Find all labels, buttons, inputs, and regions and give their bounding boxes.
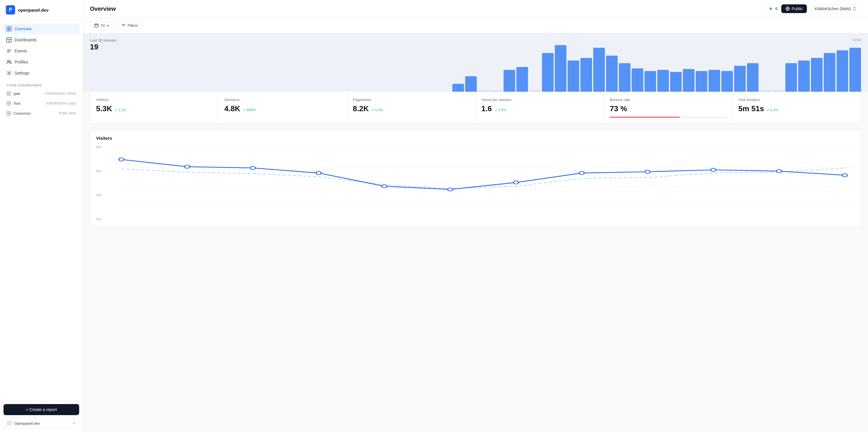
- realtime-bar: [721, 71, 733, 92]
- realtime-bar: [709, 70, 720, 92]
- realtime-bar: [734, 66, 746, 92]
- realtime-bar: [696, 71, 707, 92]
- logo-area[interactable]: P openpanel.dev: [0, 0, 83, 20]
- realtime-bar: [465, 76, 477, 92]
- live-count: 6: [775, 6, 778, 11]
- public-button[interactable]: Public: [781, 4, 807, 13]
- stat-label: Sessions: [224, 97, 341, 102]
- svg-point-34: [382, 185, 387, 188]
- stat-card-pageviews[interactable]: Pageviews 8.2K ↗ 4.4%: [347, 91, 476, 124]
- sidebar-item-settings[interactable]: Settings: [3, 68, 80, 78]
- svg-point-31: [185, 165, 189, 168]
- svg-rect-19: [9, 104, 11, 105]
- svg-rect-18: [7, 104, 8, 105]
- filter-icon: [121, 23, 126, 28]
- stat-card-views-per-session[interactable]: Views per session 1.6 ↗ 3.3%: [476, 91, 604, 124]
- live-dot: [770, 7, 772, 10]
- svg-rect-2: [7, 29, 9, 31]
- svg-rect-3: [9, 29, 11, 31]
- realtime-bar: [785, 63, 797, 92]
- realtime-bar: [645, 71, 656, 92]
- realtime-bar: [568, 61, 579, 92]
- stat-mini-line-fill: [610, 117, 680, 118]
- logo-text: openpanel.dev: [18, 7, 49, 12]
- sidebar-item-label: Settings: [14, 71, 29, 75]
- period-button[interactable]: 7d: [90, 21, 114, 30]
- sidebar-item-events[interactable]: Events: [3, 46, 80, 56]
- create-report-button[interactable]: + Create a report: [3, 404, 79, 415]
- realtime-bar: [670, 72, 682, 92]
- svg-point-35: [448, 188, 453, 191]
- dashboard-item-qwe[interactable]: qweKiddoKitchen (Web): [3, 89, 80, 98]
- sidebar-item-dashboards[interactable]: Dashboards: [3, 35, 80, 45]
- realtime-bar: [593, 48, 605, 92]
- chevron-down-icon: [72, 421, 76, 425]
- org-selector[interactable]: Openpanel.dev: [3, 418, 79, 429]
- svg-point-32: [250, 166, 255, 170]
- realtime-bar: [619, 63, 630, 92]
- visitors-line-chart: 800 600 400 200: [96, 145, 855, 221]
- realtime-section: Last 30 minutes 19 NOW: [83, 33, 868, 92]
- filters-label: Filters: [127, 23, 138, 28]
- svg-point-40: [777, 169, 781, 173]
- dashboards-section-title: Your dashboards: [3, 79, 80, 89]
- sidebar-bottom: + Create a report Openpanel.dev: [0, 400, 83, 432]
- sidebar-item-label: Dashboards: [14, 37, 37, 42]
- period-label: 7d: [100, 23, 104, 28]
- stat-card-bounce-rate[interactable]: Bounce rate 73 %: [604, 91, 733, 124]
- chevron-updown-icon: [852, 7, 857, 11]
- stat-card-sessions[interactable]: Sessions 4.8K ↗ 60K%: [219, 91, 347, 124]
- page-title: Overview: [90, 5, 116, 12]
- svg-rect-0: [7, 27, 9, 29]
- stat-label: Visit duration: [739, 97, 855, 102]
- svg-rect-22: [7, 114, 8, 115]
- svg-point-39: [711, 168, 716, 172]
- sidebar-item-label: Events: [14, 49, 27, 53]
- dashboard-item-coommon[interactable]: CoommonPublic Web: [3, 109, 80, 118]
- grid-icon: [6, 26, 12, 31]
- svg-rect-20: [7, 111, 8, 113]
- org-icon: [7, 421, 12, 426]
- sidebar-item-overview[interactable]: Overview: [3, 24, 80, 34]
- stat-card-visit-duration[interactable]: Visit duration 5m 51s ↗ 4.3%: [733, 91, 861, 124]
- realtime-count: 19: [90, 42, 117, 52]
- period-chevron-icon: [106, 24, 110, 27]
- realtime-bar: [491, 91, 502, 92]
- project-name: KiddoKitchen (Web): [815, 6, 851, 11]
- realtime-bar: [811, 58, 823, 92]
- stat-label: Pageviews: [353, 97, 469, 102]
- realtime-bar: [824, 53, 835, 92]
- realtime-bar: [747, 63, 758, 92]
- svg-rect-21: [9, 111, 11, 113]
- sidebar-item-profiles[interactable]: Profiles: [3, 57, 80, 67]
- project-selector[interactable]: KiddoKitchen (Web): [810, 4, 861, 13]
- realtime-bar: [760, 91, 771, 92]
- line-chart-svg: [96, 145, 855, 221]
- svg-point-30: [119, 158, 124, 161]
- realtime-bar: [837, 50, 848, 92]
- stat-label: Views per session: [482, 97, 598, 102]
- sidebar-item-label: Overview: [14, 27, 31, 31]
- y-label-800: 800: [96, 145, 101, 149]
- svg-rect-25: [95, 24, 98, 27]
- stat-value: 4.8K: [224, 104, 241, 113]
- stat-card-visitors[interactable]: Visitors 5.3K ↗ 1.2%: [90, 91, 219, 124]
- dashboard-item-test[interactable]: TestKiddoKitchen (App): [3, 99, 80, 108]
- realtime-bar: [542, 53, 554, 92]
- stat-label: Visitors: [96, 97, 213, 102]
- org-name: Openpanel.dev: [14, 421, 69, 426]
- sidebar-nav: Overview Dashboards Events Profiles Sett…: [0, 20, 83, 400]
- users-icon: [6, 59, 12, 65]
- realtime-bar: [529, 91, 541, 92]
- main-content: Overview 6 Public KiddoKitchen (Web) 7d …: [83, 0, 868, 432]
- globe-icon: [785, 6, 790, 11]
- realtime-bar: [581, 58, 592, 92]
- stat-value: 1.6: [482, 104, 492, 113]
- svg-point-33: [316, 172, 321, 175]
- stat-change: ↗ 60K%: [243, 108, 255, 112]
- y-axis-labels: 800 600 400 200: [96, 145, 101, 221]
- svg-point-41: [842, 174, 847, 177]
- filters-button[interactable]: Filters: [117, 21, 142, 30]
- stat-value: 5.3K: [96, 104, 112, 113]
- stat-change: ↗ 3.3%: [494, 108, 506, 112]
